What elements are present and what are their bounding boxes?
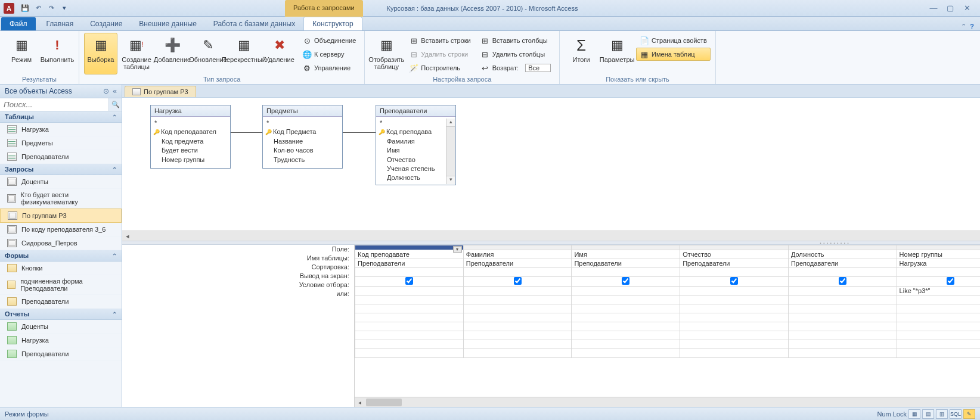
grid-cell-sort[interactable] <box>355 268 464 277</box>
grid-scroll-h[interactable]: ◂▸ <box>355 397 980 407</box>
grid-cell-empty[interactable] <box>572 304 680 313</box>
grid-cell-or[interactable] <box>897 295 980 304</box>
show-checkbox[interactable] <box>947 277 954 285</box>
grid-cell-crit[interactable] <box>463 287 572 295</box>
grid-cell-show[interactable] <box>572 277 680 287</box>
nav-category-queries[interactable]: Запросы⌃ <box>0 164 122 175</box>
grid-cell-field[interactable]: Номер группы <box>897 250 980 259</box>
insertcols-button[interactable]: ⊞Вставить столбцы <box>477 34 554 47</box>
grid-cell-empty[interactable] <box>680 304 789 313</box>
canvas-scroll-h[interactable]: ◂▸ <box>122 231 980 241</box>
grid-cell-show[interactable] <box>463 277 572 287</box>
field[interactable]: Должность <box>387 173 445 182</box>
grid-cell-field[interactable]: Фамилия <box>463 250 572 259</box>
nav-item[interactable]: Нагрузка <box>0 123 122 136</box>
crosstab-button[interactable]: ▦Перекрестный <box>227 33 260 74</box>
nav-item[interactable]: Доценты <box>0 175 122 189</box>
tab-database-tools[interactable]: Работа с базами данных <box>205 17 303 30</box>
grid-cell-empty[interactable] <box>897 322 980 331</box>
field[interactable]: Будет вести <box>162 146 227 155</box>
view-pivot-button[interactable]: ▤ <box>922 409 934 419</box>
grid-cell-empty[interactable] <box>463 349 572 358</box>
show-checkbox[interactable] <box>514 277 522 285</box>
table-header[interactable]: Нагрузка <box>151 105 230 117</box>
propertysheet-button[interactable]: 📄Страница свойств <box>636 34 711 47</box>
update-button[interactable]: ✎Обновление <box>191 33 225 74</box>
builder-button[interactable]: 🪄Построитель <box>405 61 474 74</box>
return-value[interactable]: Все <box>525 64 551 72</box>
field[interactable]: Фамилия <box>387 137 445 146</box>
grid-cell-empty[interactable] <box>680 340 789 349</box>
grid-table[interactable]: Код преподаватеФамилияИмяОтчествоДолжнос… <box>355 245 980 358</box>
app-icon[interactable]: A <box>4 3 14 14</box>
search-icon[interactable]: 🔍 <box>108 98 122 111</box>
grid-cell-sort[interactable] <box>572 268 680 277</box>
grid-cell-empty[interactable] <box>788 304 897 313</box>
nav-collapse-icon[interactable]: « <box>113 87 117 95</box>
grid-cell-empty[interactable] <box>680 322 789 331</box>
tablenames-button[interactable]: ▦Имена таблиц <box>636 48 711 61</box>
grid-columns[interactable]: Код преподаватеФамилияИмяОтчествоДолжнос… <box>355 245 980 407</box>
grid-cell-empty[interactable] <box>572 331 680 340</box>
table-scrollbar[interactable]: ▴▾ <box>446 119 455 184</box>
grid-cell-crit[interactable] <box>788 287 897 295</box>
nav-item[interactable]: Доценты <box>0 320 122 334</box>
table-predmety[interactable]: Предметы * Код Предмета Название Кол-во … <box>262 105 343 169</box>
grid-cell-empty[interactable] <box>463 304 572 313</box>
tab-home[interactable]: Главная <box>38 17 82 30</box>
nav-item[interactable]: Преподаватели <box>0 295 122 309</box>
grid-cell-empty[interactable] <box>897 349 980 358</box>
deleterows-button[interactable]: ⊟Удалить строки <box>405 48 474 61</box>
view-datasheet-button[interactable]: ▦ <box>908 409 920 419</box>
table-header[interactable]: Предметы <box>263 105 342 117</box>
field[interactable]: Трудность <box>274 155 339 164</box>
show-checkbox[interactable] <box>405 277 413 285</box>
save-icon[interactable]: 💾 <box>19 2 31 14</box>
field[interactable]: Кол-во часов <box>274 146 339 155</box>
grid-cell-empty[interactable] <box>355 331 464 340</box>
grid-cell-empty[interactable] <box>355 313 464 322</box>
field[interactable]: Код предмета <box>162 137 227 146</box>
minimize-button[interactable]: — <box>928 4 939 13</box>
nav-header[interactable]: Все объекты Access ⊙ « <box>0 85 122 98</box>
grid-cell-field[interactable]: Код преподавате <box>355 250 464 259</box>
grid-cell-empty[interactable] <box>680 349 789 358</box>
help-icon[interactable]: ? <box>970 23 974 30</box>
datadef-button[interactable]: ⚙Управление <box>299 61 359 74</box>
grid-cell-field[interactable]: Имя <box>572 250 680 259</box>
nav-item[interactable]: Кнопки <box>0 262 122 275</box>
grid-cell-empty[interactable] <box>355 349 464 358</box>
field[interactable]: Номер группы <box>162 155 227 164</box>
deletecols-button[interactable]: ⊟Удалить столбцы <box>477 48 554 61</box>
undo-icon[interactable]: ↶ <box>32 2 44 14</box>
grid-cell-empty[interactable] <box>355 304 464 313</box>
tables-canvas[interactable]: Нагрузка * Код преподавател Код предмета… <box>122 98 980 241</box>
close-button[interactable]: ✕ <box>961 4 973 13</box>
union-button[interactable]: ⊙Объединение <box>299 34 359 47</box>
nav-item[interactable]: Предметы <box>0 136 122 150</box>
view-button[interactable]: ▦Режим <box>5 33 38 74</box>
nav-item[interactable]: подчиненная форма Преподаватели <box>0 275 122 295</box>
return-combo[interactable]: ↩Возврат: Все <box>477 61 554 74</box>
grid-cell-empty[interactable] <box>897 313 980 322</box>
nav-category-forms[interactable]: Формы⌃ <box>0 250 122 262</box>
grid-cell-crit[interactable] <box>572 287 680 295</box>
field-key[interactable]: Код преподава <box>387 127 445 136</box>
grid-cell-table[interactable]: Преподаватели <box>463 259 572 268</box>
nav-dropdown-icon[interactable]: ⊙ <box>103 87 109 95</box>
grid-cell-empty[interactable] <box>788 313 897 322</box>
ribbon-minimize-icon[interactable]: ⌃ <box>961 23 966 30</box>
nav-category-reports[interactable]: Отчеты⌃ <box>0 309 122 320</box>
grid-cell-empty[interactable] <box>680 331 789 340</box>
field[interactable]: Ученая степень <box>387 164 445 173</box>
grid-cell-sort[interactable] <box>897 268 980 277</box>
grid-cell-table[interactable]: Преподаватели <box>355 259 464 268</box>
grid-cell-empty[interactable] <box>463 340 572 349</box>
show-checkbox[interactable] <box>622 277 629 285</box>
show-checkbox[interactable] <box>839 277 846 285</box>
grid-cell-field[interactable]: Должность <box>788 250 897 259</box>
grid-cell-empty[interactable] <box>897 331 980 340</box>
tab-design[interactable]: Конструктор <box>303 17 362 30</box>
grid-cell-empty[interactable] <box>788 322 897 331</box>
grid-cell-or[interactable] <box>680 295 789 304</box>
